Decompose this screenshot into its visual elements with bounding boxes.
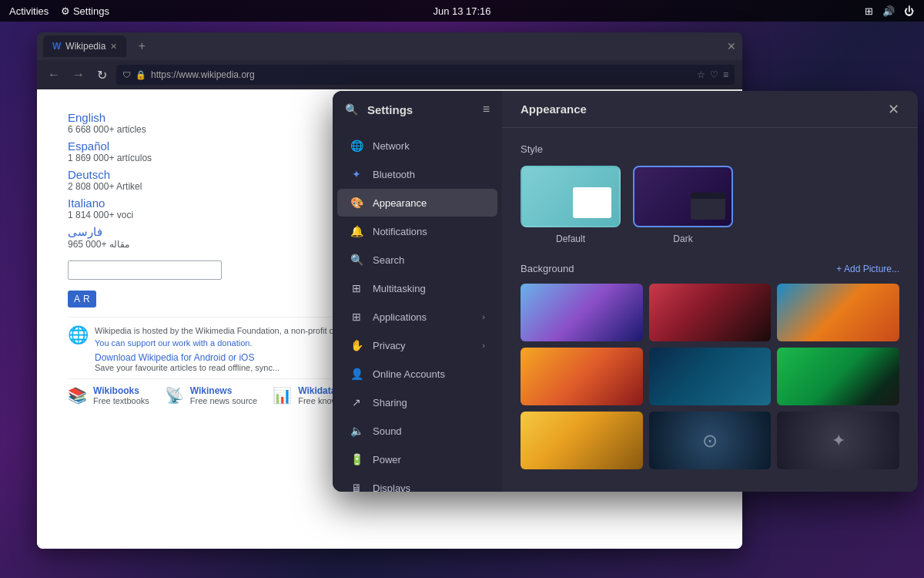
sidebar-item-displays[interactable]: 🖥 Displays [337,474,497,492]
security-icon: 🛡 [122,70,131,79]
background-header: Background + Add Picture... [521,263,899,274]
notifications-icon: 🔔 [350,225,363,237]
sidebar-label-network: Network [373,140,410,152]
sidebar-label-bluetooth: Bluetooth [373,169,415,180]
displays-icon: 🖥 [350,482,363,492]
bg-thumb-6[interactable] [777,348,899,405]
activities-label[interactable]: Activities [9,5,49,17]
style-options: Default Dark [521,166,899,244]
dark-theme-label: Dark [673,234,692,244]
translate-icon: A [74,294,80,304]
back-button[interactable]: ← [45,66,63,83]
bg-thumb-1[interactable] [521,284,643,341]
bg-thumb-5[interactable] [649,348,772,405]
bg-thumb-3[interactable] [777,284,899,341]
sidebar-item-privacy[interactable]: ✋ Privacy › [337,331,497,359]
forward-button[interactable]: → [69,66,88,83]
bg-thumb-8[interactable]: ⊙ [649,412,772,469]
tab-close-button[interactable]: ✕ [110,42,117,52]
sidebar-label-displays: Displays [373,482,410,492]
sidebar-item-network[interactable]: 🌐 Network [337,132,497,160]
wikidata-icon: 📊 [273,386,292,405]
bluetooth-icon: ✦ [350,168,363,180]
sidebar-label-privacy: Privacy [373,340,406,351]
sidebar-label-appearance: Appearance [373,197,427,209]
wiki-bottom-wikibooks: 📚 Wikibooks Free textbooks [68,385,149,405]
menu-icon[interactable]: ≡ [723,69,728,80]
wikibooks-info: Wikibooks Free textbooks [93,385,149,405]
online-accounts-icon: 👤 [350,368,363,380]
topbar: Activities ⚙ Settings Jun 13 17:16 ⊞ 🔊 ⏻ [0,0,924,22]
bg-thumb-2[interactable] [649,284,772,341]
sidebar-item-sharing[interactable]: ↗ Sharing [337,388,497,416]
bookmark-icon[interactable]: ☆ [697,69,705,80]
tab-label: Wikipedia [65,41,105,52]
new-tab-button[interactable]: + [132,37,151,55]
settings-search-icon[interactable]: 🔍 [345,103,358,116]
browser-tab[interactable]: W Wikipedia ✕ [43,35,126,57]
settings-label[interactable]: ⚙ Settings [61,5,109,17]
sidebar-item-multitasking[interactable]: ⊞ Multitasking [337,274,497,302]
style-section-title: Style [521,143,899,155]
style-section: Style Default [521,143,899,244]
sidebar-item-notifications[interactable]: 🔔 Notifications [337,217,497,245]
reload-button[interactable]: ↻ [94,66,110,84]
volume-icon[interactable]: 🔊 [882,5,895,17]
power-icon[interactable]: ⏻ [902,5,915,17]
sidebar-label-online-accounts: Online Accounts [373,368,445,380]
bg-thumb-4[interactable] [521,348,643,405]
wikinews-label[interactable]: Wikinews [190,385,257,396]
background-section-title: Background [521,263,574,274]
applications-arrow-icon: › [482,312,485,321]
multitasking-icon: ⊞ [350,282,363,294]
wikibooks-label[interactable]: Wikibooks [93,385,149,396]
sidebar-label-sharing: Sharing [373,397,407,408]
wiki-translate-button[interactable]: A R [68,291,96,307]
privacy-arrow-icon: › [482,341,485,350]
sound-icon: 🔈 [350,425,363,437]
settings-close-button[interactable]: ✕ [888,101,899,118]
url-text: https://www.wikipedia.org [151,69,255,80]
wiki-search-input[interactable] [68,260,222,280]
settings-hamburger-icon[interactable]: ≡ [483,102,490,116]
grid-icon[interactable]: ⊞ [862,5,875,17]
network-icon: 🌐 [350,139,363,152]
browser-titlebar: W Wikipedia ✕ + ✕ [37,32,742,60]
power-nav-icon: 🔋 [350,453,363,465]
sharing-icon: ↗ [350,396,363,408]
settings-sidebar: 🔍 Settings ≡ 🌐 Network ✦ Bluetooth 🎨 App… [333,91,502,492]
wiki-foundation-icon: 🌐 [68,325,89,372]
default-theme-inner [573,187,611,218]
pocket-icon[interactable]: ♡ [710,69,718,80]
dark-theme-inner [691,193,725,220]
topbar-datetime: Jun 13 17:16 [433,5,490,17]
add-picture-button[interactable]: + Add Picture... [836,264,899,274]
settings-content-title: Appearance [521,102,587,116]
style-option-default[interactable]: Default [521,166,621,244]
bg-thumb-9[interactable]: ✦ [777,412,899,469]
bg-thumb-7[interactable] [521,412,643,469]
style-option-dark[interactable]: Dark [633,166,733,244]
sidebar-item-power[interactable]: 🔋 Power [337,445,497,473]
settings-content-body: Style Default [502,128,918,492]
browser-close-button[interactable]: ✕ [727,40,736,52]
sidebar-label-multitasking: Multitasking [373,283,426,294]
sidebar-label-search: Search [373,254,404,266]
wikibooks-icon: 📚 [68,386,87,405]
topbar-left: Activities ⚙ Settings [9,5,109,17]
settings-panel-title: Settings [367,103,474,116]
sidebar-item-sound[interactable]: 🔈 Sound [337,417,497,445]
address-bar[interactable]: 🛡 🔒 https://www.wikipedia.org ☆ ♡ ≡ [116,65,735,85]
sidebar-item-online-accounts[interactable]: 👤 Online Accounts [337,360,497,388]
translate-label: R [83,294,90,304]
sidebar-item-appearance[interactable]: 🎨 Appearance [337,189,497,217]
sidebar-item-applications[interactable]: ⊞ Applications › [337,303,497,331]
appearance-icon: 🎨 [350,197,363,209]
sidebar-label-applications: Applications [373,311,427,323]
sidebar-item-bluetooth[interactable]: ✦ Bluetooth [337,160,497,188]
sidebar-label-notifications: Notifications [373,226,427,237]
wikinews-icon: 📡 [165,386,184,405]
settings-panel: 🔍 Settings ≡ 🌐 Network ✦ Bluetooth 🎨 App… [333,91,918,492]
applications-icon: ⊞ [350,311,363,323]
sidebar-item-search[interactable]: 🔍 Search [337,246,497,274]
